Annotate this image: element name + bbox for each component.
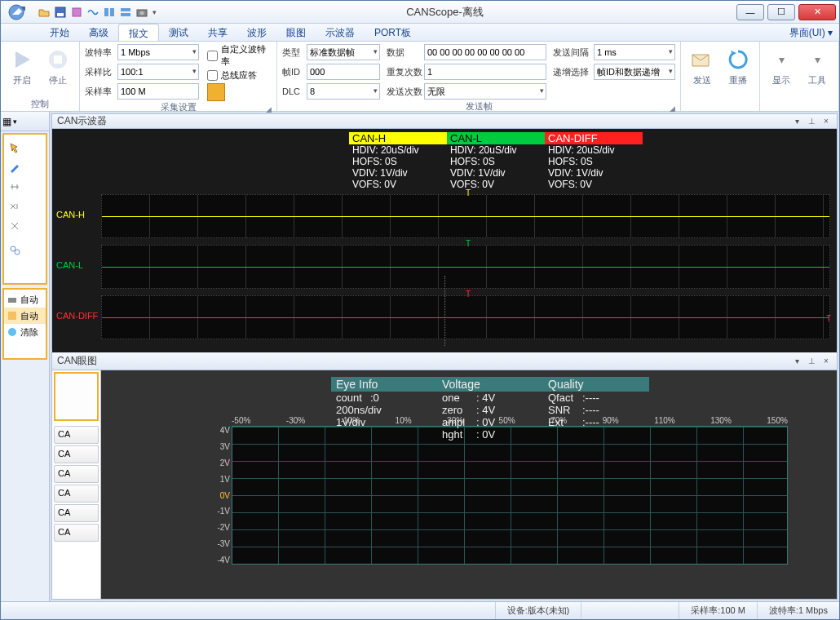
maximize-button[interactable]: ☐ xyxy=(767,4,795,20)
tool-measure3[interactable] xyxy=(6,216,44,236)
tool-pen[interactable] xyxy=(6,157,44,177)
svg-rect-5 xyxy=(110,8,114,16)
center-area: CAN示波器 ▾ ⊥ × CAN-HHDIV: 20uS/divHOFS: 0S… xyxy=(50,112,839,601)
qat-camera-icon[interactable] xyxy=(135,5,149,20)
window-title: CANScope-离线 xyxy=(157,5,733,20)
eye-preview[interactable] xyxy=(54,372,99,421)
dlc-select[interactable]: 8 xyxy=(307,83,380,100)
panel-menu-icon[interactable]: ▾ xyxy=(791,356,802,367)
increment-select[interactable]: 帧ID和数据递增 xyxy=(594,64,675,80)
eye-info-overlay: Eye Info count:0 200ns/div 1V/div Voltag… xyxy=(331,377,649,441)
channel-info-overlay: CAN-HHDIV: 20uS/divHOFS: 0SVDIV: 1V/divV… xyxy=(349,132,643,190)
status-bar: 设备:版本(未知) 采样率:100 M 波特率:1 Mbps xyxy=(1,601,839,619)
panel-pin-icon[interactable]: ⊥ xyxy=(806,116,817,127)
repeat-button[interactable]: 重播 xyxy=(722,43,754,86)
svg-rect-15 xyxy=(8,312,16,320)
tool-measure1[interactable] xyxy=(6,177,44,197)
dialog-launcher-icon[interactable]: ◢ xyxy=(670,104,675,113)
panel-menu-icon[interactable]: ▾ xyxy=(791,116,802,127)
status-baud: 波特率:1 Mbps xyxy=(757,602,839,619)
minimize-button[interactable]: — xyxy=(736,4,764,20)
qat-layout1-icon[interactable] xyxy=(102,5,117,20)
eye-panel-title: CAN眼图 xyxy=(57,354,97,368)
ribbon-group-control: 开启 停止 控制 xyxy=(1,42,80,111)
eye-y-axis: 4V3V2V1V0V-1V-2V-3V-4V xyxy=(207,426,230,565)
panel-close-icon[interactable]: × xyxy=(820,116,832,127)
rate-display: 100 M xyxy=(117,83,199,100)
waveform-can-l: CAN-LT xyxy=(101,245,830,289)
window-buttons: — ☐ ✕ xyxy=(733,4,836,20)
tab-port[interactable]: PORT板 xyxy=(365,24,421,41)
data-input[interactable] xyxy=(424,44,546,60)
close-button[interactable]: ✕ xyxy=(798,4,836,20)
play-icon xyxy=(9,46,35,73)
frame-id-input[interactable] xyxy=(307,64,380,80)
tab-start[interactable]: 开始 xyxy=(40,24,79,41)
qat-save-icon[interactable] xyxy=(53,5,68,20)
option-blank[interactable] xyxy=(4,340,46,356)
svg-rect-3 xyxy=(73,8,81,16)
tab-scope[interactable]: 示波器 xyxy=(316,24,365,41)
svg-rect-2 xyxy=(57,13,64,16)
svg-rect-6 xyxy=(121,8,130,11)
tools-button[interactable]: ▾工具 xyxy=(801,43,833,86)
eye-tab[interactable]: CA xyxy=(54,426,99,444)
tool-measure2[interactable] xyxy=(6,197,44,216)
bus-response-checkbox[interactable]: 总线应答 xyxy=(207,69,272,82)
panel-tab-dropdown-icon[interactable]: ▾ xyxy=(13,117,17,126)
start-button[interactable]: 开启 xyxy=(6,43,38,86)
svg-point-9 xyxy=(140,11,144,15)
chevron-down-icon: ▾ xyxy=(768,46,794,73)
scope-panel: CAN示波器 ▾ ⊥ × CAN-HHDIV: 20uS/divHOFS: 0S… xyxy=(51,113,838,350)
svg-rect-7 xyxy=(121,13,130,16)
tab-advanced[interactable]: 高级 xyxy=(79,24,118,41)
app-icon[interactable] xyxy=(4,2,33,22)
send-button[interactable]: 发送 xyxy=(686,43,718,86)
tool-find[interactable] xyxy=(6,241,44,260)
qat-settings-icon[interactable] xyxy=(69,5,84,20)
ui-menu[interactable]: 界面(UI) ▾ xyxy=(783,24,839,41)
color-picker[interactable] xyxy=(207,83,225,101)
tab-message[interactable]: 报文 xyxy=(118,24,159,41)
stop-button[interactable]: 停止 xyxy=(42,43,74,86)
panel-pin-icon[interactable]: ⊥ xyxy=(806,356,817,367)
waveform-can-diff: CAN-DIFFTT xyxy=(101,295,830,339)
scope-canvas[interactable]: CAN-HHDIV: 20uS/divHOFS: 0SVDIV: 1V/divV… xyxy=(52,129,837,352)
svg-rect-14 xyxy=(8,298,16,303)
display-button[interactable]: ▾显示 xyxy=(765,43,798,86)
option-auto2[interactable]: 自动 xyxy=(4,308,46,324)
panel-tab-icon[interactable]: ▦ xyxy=(2,116,11,127)
eye-tab[interactable]: CA xyxy=(54,504,99,522)
qat-wave-icon[interactable] xyxy=(86,5,100,20)
custom-baud-checkbox[interactable]: 自定义波特率 xyxy=(207,43,272,68)
tool-cursor[interactable] xyxy=(6,138,44,157)
baud-select[interactable]: 1 Mbps xyxy=(117,44,199,60)
eye-tab[interactable]: CA xyxy=(54,465,99,483)
scope-toolbar xyxy=(2,133,47,285)
qat-open-icon[interactable] xyxy=(37,5,51,20)
eye-tab[interactable]: CA xyxy=(54,524,99,542)
eye-canvas[interactable]: Eye Info count:0 200ns/div 1V/div Voltag… xyxy=(101,370,837,599)
qat-layout2-icon[interactable] xyxy=(118,5,133,20)
eye-tab[interactable]: CA xyxy=(54,445,99,463)
ribbon-group-send: 发送 重播 xyxy=(681,42,760,111)
eye-tab[interactable]: CA xyxy=(54,485,99,503)
dialog-launcher-icon[interactable]: ◢ xyxy=(266,105,272,113)
tab-wave[interactable]: 波形 xyxy=(237,24,276,41)
chevron-down-icon: ▾ xyxy=(804,46,830,73)
option-clear[interactable]: 清除 xyxy=(4,324,46,340)
sendcount-select[interactable]: 无限 xyxy=(424,83,546,100)
tab-share[interactable]: 共享 xyxy=(198,24,237,41)
panel-close-icon[interactable]: × xyxy=(820,356,832,367)
repeat-input[interactable] xyxy=(424,64,546,80)
ratio-select[interactable]: 100:1 xyxy=(117,64,199,80)
option-auto1[interactable]: 自动 xyxy=(4,291,46,308)
sidebar-options: 自动 自动 清除 xyxy=(2,288,47,360)
tab-eye[interactable]: 眼图 xyxy=(276,24,316,41)
frame-type-select[interactable]: 标准数据帧 xyxy=(307,44,380,60)
tab-test[interactable]: 测试 xyxy=(159,24,198,41)
ribbon-group-view: ▾显示 ▾工具 xyxy=(760,42,839,111)
interval-select[interactable]: 1 ms xyxy=(594,44,675,60)
tool-blank[interactable] xyxy=(6,260,44,280)
svg-rect-11 xyxy=(54,55,62,64)
